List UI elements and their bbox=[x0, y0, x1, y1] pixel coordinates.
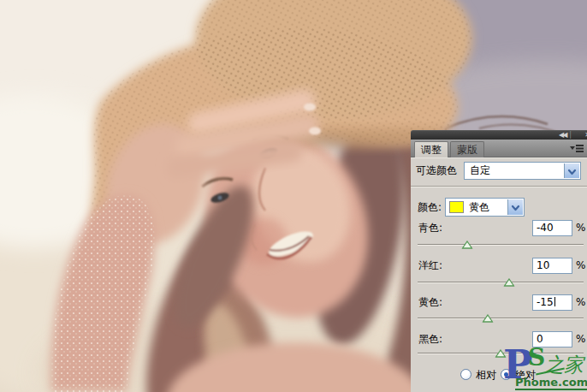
screenshot-stage: ◀◀|✕ 调整 蒙版 可选颜色 自定 bbox=[0, 0, 587, 392]
text-cursor bbox=[554, 297, 555, 306]
absolute-radio-label: 绝对 bbox=[515, 369, 536, 381]
panel-menu-icon[interactable] bbox=[570, 144, 584, 153]
magenta-label: 洋红: bbox=[418, 258, 442, 274]
yellow-value-input[interactable]: -15 bbox=[532, 294, 572, 311]
color-select-value: 黄色 bbox=[469, 199, 489, 216]
cyan-label: 青色: bbox=[418, 220, 442, 236]
cyan-unit: % bbox=[576, 222, 585, 234]
black-value-input[interactable]: 0 bbox=[532, 331, 572, 347]
cyan-value: -40 bbox=[537, 222, 554, 234]
black-slider-track[interactable] bbox=[418, 353, 584, 354]
separator bbox=[411, 186, 587, 187]
magenta-value-input[interactable]: 10 bbox=[532, 258, 572, 274]
absolute-radio[interactable] bbox=[501, 369, 512, 380]
magenta-unit: % bbox=[576, 259, 585, 271]
color-select[interactable]: 黄色 bbox=[445, 198, 525, 217]
cyan-slider-thumb[interactable] bbox=[462, 241, 473, 249]
color-swatch bbox=[449, 201, 464, 213]
panel-dock-bar: ◀◀|✕ bbox=[411, 130, 587, 140]
color-select-button[interactable] bbox=[507, 199, 523, 215]
dock-icons: ◀◀|✕ bbox=[559, 131, 587, 140]
selective-color-panel-body: 可选颜色 自定 颜色: 黄色 bbox=[411, 157, 587, 392]
chevron-down-icon bbox=[510, 203, 521, 214]
dock-divider: | bbox=[569, 131, 572, 139]
yellow-label: 黄色: bbox=[418, 294, 442, 311]
black-unit: % bbox=[576, 333, 585, 345]
collapse-to-icons-icon[interactable]: ◀◀ bbox=[559, 131, 566, 139]
tab-masks[interactable]: 蒙版 bbox=[450, 141, 484, 157]
preset-select-value: 自定 bbox=[470, 163, 490, 179]
magenta-slider-track[interactable] bbox=[418, 282, 584, 283]
adjustments-panel: ◀◀|✕ 调整 蒙版 可选颜色 自定 bbox=[411, 130, 587, 392]
panel-tab-strip: 调整 蒙版 bbox=[411, 140, 587, 157]
yellow-unit: % bbox=[576, 296, 585, 308]
black-label: 黑色: bbox=[418, 331, 442, 347]
cyan-value-input[interactable]: -40 bbox=[532, 220, 572, 236]
magenta-slider-thumb[interactable] bbox=[503, 278, 514, 287]
tab-adjustments[interactable]: 调整 bbox=[414, 141, 448, 157]
black-slider-thumb[interactable] bbox=[495, 349, 507, 358]
yellow-slider-track[interactable] bbox=[418, 318, 584, 319]
preset-select[interactable]: 自定 bbox=[464, 162, 581, 180]
selective-color-title: 可选颜色 bbox=[416, 162, 457, 180]
magenta-value: 10 bbox=[537, 259, 549, 271]
relative-radio[interactable] bbox=[460, 369, 471, 380]
chevron-down-icon bbox=[566, 167, 578, 178]
yellow-value: -15 bbox=[537, 296, 554, 308]
black-value: 0 bbox=[537, 333, 543, 345]
cyan-slider-track[interactable] bbox=[418, 244, 584, 246]
color-label: 颜色: bbox=[418, 198, 442, 217]
yellow-slider-thumb[interactable] bbox=[483, 314, 494, 323]
preset-select-button[interactable] bbox=[564, 163, 579, 178]
relative-radio-label: 相对 bbox=[476, 369, 496, 381]
